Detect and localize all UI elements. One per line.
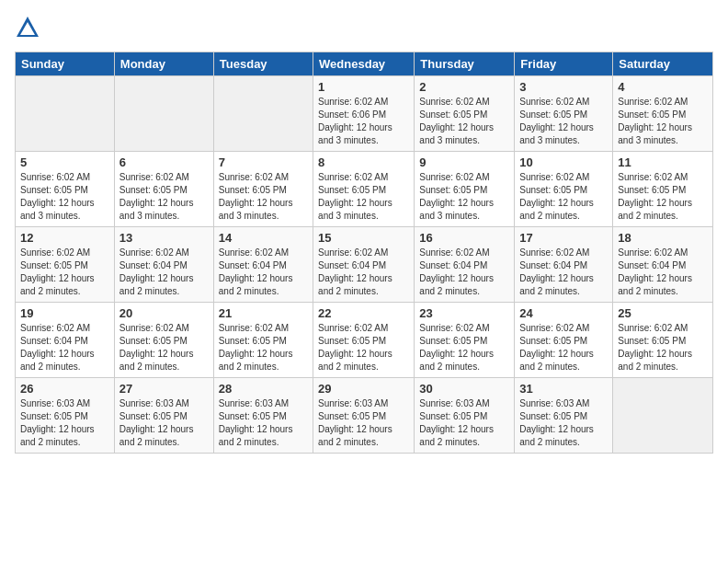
day-info: Sunrise: 6:02 AM Sunset: 6:05 PM Dayligh…	[219, 171, 308, 223]
day-number: 4	[618, 80, 708, 94]
calendar-cell: 18Sunrise: 6:02 AM Sunset: 6:04 PM Dayli…	[613, 227, 713, 303]
calendar-cell: 22Sunrise: 6:02 AM Sunset: 6:05 PM Dayli…	[313, 303, 415, 378]
column-header-monday: Monday	[114, 52, 213, 76]
day-number: 18	[618, 231, 708, 245]
column-header-thursday: Thursday	[415, 52, 515, 76]
day-info: Sunrise: 6:02 AM Sunset: 6:04 PM Dayligh…	[618, 247, 708, 298]
day-number: 17	[519, 231, 608, 245]
day-info: Sunrise: 6:02 AM Sunset: 6:05 PM Dayligh…	[618, 322, 708, 373]
day-info: Sunrise: 6:02 AM Sunset: 6:04 PM Dayligh…	[519, 247, 608, 298]
day-number: 23	[419, 306, 509, 320]
day-number: 21	[219, 306, 308, 320]
calendar-cell: 19Sunrise: 6:02 AM Sunset: 6:04 PM Dayli…	[16, 303, 115, 378]
column-header-wednesday: Wednesday	[313, 52, 415, 76]
day-info: Sunrise: 6:03 AM Sunset: 6:05 PM Dayligh…	[318, 397, 409, 449]
day-info: Sunrise: 6:02 AM Sunset: 6:05 PM Dayligh…	[219, 322, 308, 373]
calendar-cell: 29Sunrise: 6:03 AM Sunset: 6:05 PM Dayli…	[313, 378, 415, 454]
calendar-cell: 11Sunrise: 6:02 AM Sunset: 6:05 PM Dayli…	[613, 152, 713, 227]
day-info: Sunrise: 6:02 AM Sunset: 6:05 PM Dayligh…	[20, 171, 109, 223]
calendar-cell: 17Sunrise: 6:02 AM Sunset: 6:04 PM Dayli…	[515, 227, 613, 303]
calendar-cell: 6Sunrise: 6:02 AM Sunset: 6:05 PM Daylig…	[114, 152, 213, 227]
day-info: Sunrise: 6:03 AM Sunset: 6:05 PM Dayligh…	[419, 397, 509, 449]
day-number: 9	[419, 155, 509, 169]
calendar-cell: 31Sunrise: 6:03 AM Sunset: 6:05 PM Dayli…	[515, 378, 613, 454]
calendar-cell: 4Sunrise: 6:02 AM Sunset: 6:05 PM Daylig…	[613, 76, 713, 152]
column-header-tuesday: Tuesday	[213, 52, 313, 76]
calendar-cell: 28Sunrise: 6:03 AM Sunset: 6:05 PM Dayli…	[213, 378, 313, 454]
calendar-week-row: 5Sunrise: 6:02 AM Sunset: 6:05 PM Daylig…	[16, 152, 713, 227]
day-number: 2	[419, 80, 509, 94]
day-info: Sunrise: 6:02 AM Sunset: 6:04 PM Dayligh…	[119, 247, 209, 298]
column-header-saturday: Saturday	[613, 52, 713, 76]
day-number: 25	[618, 306, 708, 320]
day-info: Sunrise: 6:03 AM Sunset: 6:05 PM Dayligh…	[519, 397, 608, 449]
day-number: 27	[119, 382, 209, 396]
calendar-week-row: 1Sunrise: 6:02 AM Sunset: 6:06 PM Daylig…	[16, 76, 713, 152]
calendar-cell: 20Sunrise: 6:02 AM Sunset: 6:05 PM Dayli…	[114, 303, 213, 378]
day-number: 6	[119, 155, 209, 169]
day-number: 28	[219, 382, 308, 396]
calendar-cell: 30Sunrise: 6:03 AM Sunset: 6:05 PM Dayli…	[415, 378, 515, 454]
calendar-week-row: 19Sunrise: 6:02 AM Sunset: 6:04 PM Dayli…	[16, 303, 713, 378]
calendar-cell: 5Sunrise: 6:02 AM Sunset: 6:05 PM Daylig…	[16, 152, 115, 227]
column-header-sunday: Sunday	[16, 52, 115, 76]
calendar-cell	[16, 76, 115, 152]
day-info: Sunrise: 6:02 AM Sunset: 6:04 PM Dayligh…	[20, 322, 109, 373]
day-info: Sunrise: 6:02 AM Sunset: 6:05 PM Dayligh…	[419, 96, 509, 147]
day-info: Sunrise: 6:02 AM Sunset: 6:05 PM Dayligh…	[119, 322, 209, 373]
calendar-cell: 16Sunrise: 6:02 AM Sunset: 6:04 PM Dayli…	[415, 227, 515, 303]
calendar-cell	[613, 378, 713, 454]
logo-icon	[15, 15, 40, 40]
day-number: 10	[519, 155, 608, 169]
day-info: Sunrise: 6:02 AM Sunset: 6:05 PM Dayligh…	[519, 171, 608, 223]
day-info: Sunrise: 6:03 AM Sunset: 6:05 PM Dayligh…	[20, 397, 109, 449]
day-number: 8	[318, 155, 409, 169]
day-info: Sunrise: 6:02 AM Sunset: 6:05 PM Dayligh…	[618, 96, 708, 147]
calendar-cell: 10Sunrise: 6:02 AM Sunset: 6:05 PM Dayli…	[515, 152, 613, 227]
day-number: 26	[20, 382, 109, 396]
day-number: 31	[519, 382, 608, 396]
calendar-cell: 8Sunrise: 6:02 AM Sunset: 6:05 PM Daylig…	[313, 152, 415, 227]
day-number: 15	[318, 231, 409, 245]
day-info: Sunrise: 6:02 AM Sunset: 6:04 PM Dayligh…	[419, 247, 509, 298]
day-number: 30	[419, 382, 509, 396]
day-number: 20	[119, 306, 209, 320]
calendar-cell: 27Sunrise: 6:03 AM Sunset: 6:05 PM Dayli…	[114, 378, 213, 454]
day-info: Sunrise: 6:02 AM Sunset: 6:05 PM Dayligh…	[119, 171, 209, 223]
calendar-cell: 2Sunrise: 6:02 AM Sunset: 6:05 PM Daylig…	[415, 76, 515, 152]
day-number: 16	[419, 231, 509, 245]
calendar-cell	[213, 76, 313, 152]
logo	[15, 15, 44, 40]
calendar-cell: 21Sunrise: 6:02 AM Sunset: 6:05 PM Dayli…	[213, 303, 313, 378]
day-number: 22	[318, 306, 409, 320]
day-info: Sunrise: 6:02 AM Sunset: 6:05 PM Dayligh…	[618, 171, 708, 223]
calendar-cell: 9Sunrise: 6:02 AM Sunset: 6:05 PM Daylig…	[415, 152, 515, 227]
day-number: 12	[20, 231, 109, 245]
calendar-cell: 15Sunrise: 6:02 AM Sunset: 6:04 PM Dayli…	[313, 227, 415, 303]
calendar-cell: 3Sunrise: 6:02 AM Sunset: 6:05 PM Daylig…	[515, 76, 613, 152]
day-info: Sunrise: 6:02 AM Sunset: 6:05 PM Dayligh…	[318, 322, 409, 373]
calendar-cell: 25Sunrise: 6:02 AM Sunset: 6:05 PM Dayli…	[613, 303, 713, 378]
calendar-cell: 23Sunrise: 6:02 AM Sunset: 6:05 PM Dayli…	[415, 303, 515, 378]
day-info: Sunrise: 6:02 AM Sunset: 6:06 PM Dayligh…	[318, 96, 409, 147]
calendar-cell: 7Sunrise: 6:02 AM Sunset: 6:05 PM Daylig…	[213, 152, 313, 227]
calendar-week-row: 12Sunrise: 6:02 AM Sunset: 6:05 PM Dayli…	[16, 227, 713, 303]
day-info: Sunrise: 6:02 AM Sunset: 6:04 PM Dayligh…	[318, 247, 409, 298]
day-info: Sunrise: 6:02 AM Sunset: 6:05 PM Dayligh…	[318, 171, 409, 223]
calendar-cell: 13Sunrise: 6:02 AM Sunset: 6:04 PM Dayli…	[114, 227, 213, 303]
day-info: Sunrise: 6:02 AM Sunset: 6:05 PM Dayligh…	[419, 322, 509, 373]
calendar-cell: 14Sunrise: 6:02 AM Sunset: 6:04 PM Dayli…	[213, 227, 313, 303]
day-info: Sunrise: 6:02 AM Sunset: 6:04 PM Dayligh…	[219, 247, 308, 298]
calendar-table: SundayMondayTuesdayWednesdayThursdayFrid…	[15, 52, 713, 454]
day-info: Sunrise: 6:02 AM Sunset: 6:05 PM Dayligh…	[419, 171, 509, 223]
calendar-cell: 26Sunrise: 6:03 AM Sunset: 6:05 PM Dayli…	[16, 378, 115, 454]
day-info: Sunrise: 6:03 AM Sunset: 6:05 PM Dayligh…	[119, 397, 209, 449]
day-number: 29	[318, 382, 409, 396]
day-number: 3	[519, 80, 608, 94]
day-number: 1	[318, 80, 409, 94]
calendar-cell: 1Sunrise: 6:02 AM Sunset: 6:06 PM Daylig…	[313, 76, 415, 152]
day-number: 5	[20, 155, 109, 169]
day-info: Sunrise: 6:02 AM Sunset: 6:05 PM Dayligh…	[519, 96, 608, 147]
day-number: 7	[219, 155, 308, 169]
calendar-cell: 24Sunrise: 6:02 AM Sunset: 6:05 PM Dayli…	[515, 303, 613, 378]
